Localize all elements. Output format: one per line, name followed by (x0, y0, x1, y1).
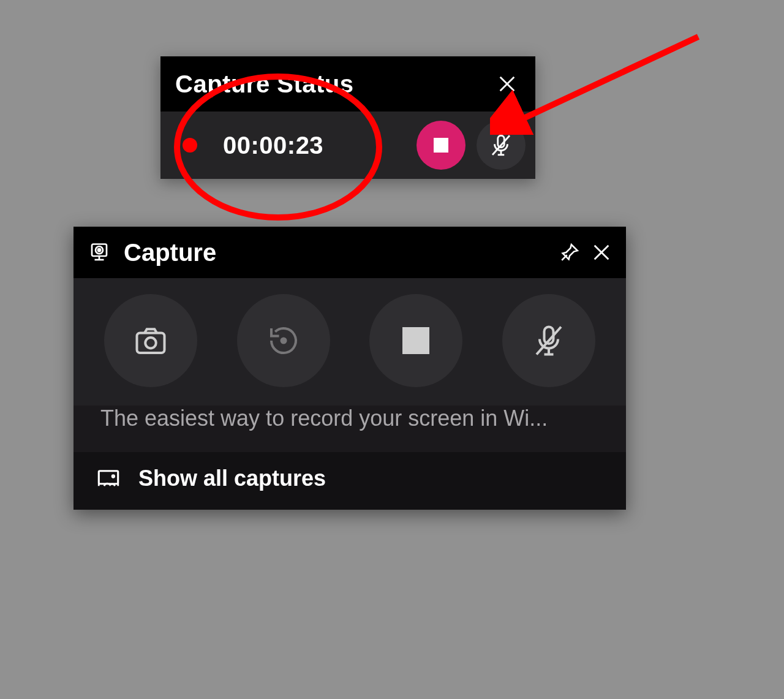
svg-rect-14 (137, 333, 165, 353)
svg-point-15 (145, 338, 156, 349)
svg-point-16 (280, 338, 287, 344)
stop-recording-button[interactable] (417, 121, 466, 170)
recording-indicator-icon (183, 138, 197, 153)
mic-off-icon (530, 322, 567, 359)
capture-widget-panel: Capture (74, 227, 626, 510)
capture-widget-header: Capture (74, 227, 626, 278)
capture-status-title: Capture Status (175, 70, 354, 98)
svg-rect-21 (99, 471, 118, 484)
svg-point-8 (98, 249, 100, 251)
capture-current-target: The easiest way to record your screen in… (74, 406, 626, 452)
show-all-captures-button[interactable]: Show all captures (74, 452, 626, 510)
camera-icon (132, 322, 169, 359)
close-icon (591, 242, 612, 263)
svg-point-24 (112, 475, 115, 478)
stop-recording-button-large[interactable] (369, 294, 462, 387)
svg-line-25 (514, 37, 698, 123)
capture-widget-close-button[interactable] (586, 236, 617, 268)
record-last-button[interactable] (237, 294, 330, 387)
capture-widget-actions (74, 278, 626, 406)
gallery-icon (96, 466, 121, 491)
capture-status-body: 00:00:23 (160, 111, 535, 179)
mic-off-icon (488, 132, 514, 158)
screenshot-button[interactable] (104, 294, 197, 387)
pin-icon (559, 242, 580, 263)
recording-elapsed-time: 00:00:23 (223, 132, 323, 159)
capture-status-header: Capture Status (160, 56, 535, 111)
capture-status-close-button[interactable] (491, 68, 523, 100)
mic-toggle-button[interactable] (477, 121, 526, 170)
capture-status-panel: Capture Status 00:00:23 (160, 56, 535, 179)
pin-widget-button[interactable] (554, 236, 586, 268)
mic-toggle-button-large[interactable] (502, 294, 595, 387)
close-icon (497, 74, 518, 94)
stop-icon (402, 327, 429, 354)
replay-icon (265, 322, 302, 359)
webcam-icon (88, 241, 110, 263)
stop-icon (434, 138, 448, 153)
show-all-captures-label: Show all captures (138, 466, 326, 491)
capture-widget-title: Capture (124, 239, 216, 266)
